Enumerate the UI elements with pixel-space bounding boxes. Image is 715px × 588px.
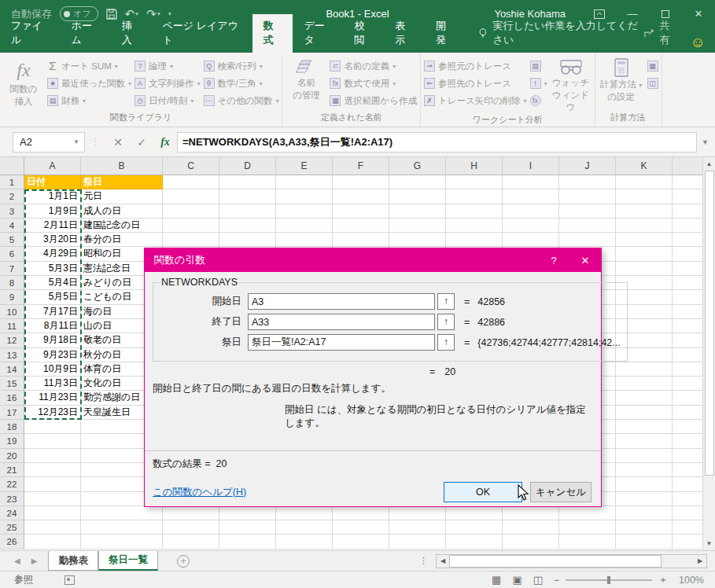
grid-cell[interactable] — [446, 219, 503, 233]
function-help-link[interactable]: この関数のヘルプ(H) — [153, 486, 246, 499]
grid-cell[interactable] — [559, 204, 616, 219]
close-button[interactable]: ✕ — [682, 0, 715, 28]
insert-function-icon[interactable]: fx — [153, 136, 177, 149]
grid-cell[interactable] — [503, 520, 559, 535]
row-header[interactable]: 23 — [0, 492, 24, 506]
row-header[interactable]: 19 — [0, 434, 24, 448]
grid-cell[interactable] — [333, 506, 389, 520]
grid-cell[interactable] — [616, 219, 673, 233]
grid-cell[interactable]: 5月5日 — [24, 290, 81, 304]
more-functions-button[interactable]: ⋯ その他の関数▾ — [204, 92, 279, 109]
grid-cell[interactable] — [503, 535, 559, 549]
recently-used-button[interactable]: ★ 最近使った関数▾ — [47, 75, 131, 92]
define-name-button[interactable]: ⊂ 名前の定義▾ — [330, 57, 417, 75]
cancel-entry-button[interactable]: ✕ — [106, 136, 130, 149]
collapse-dialog-icon[interactable]: ↑ — [437, 334, 455, 351]
grid-cell[interactable] — [333, 189, 389, 204]
row-header[interactable]: 14 — [0, 362, 24, 377]
grid-cell[interactable] — [333, 520, 389, 535]
zoom-out-icon[interactable]: − — [554, 575, 559, 586]
grid-cell[interactable] — [503, 204, 559, 219]
grid-cell[interactable] — [333, 233, 389, 247]
vertical-scrollbar[interactable]: ▲ ▼ — [702, 157, 715, 550]
grid-cell[interactable] — [276, 189, 333, 204]
dialog-close-button[interactable]: ✕ — [569, 255, 601, 266]
grid-cell[interactable] — [616, 477, 673, 491]
column-header[interactable]: H — [446, 157, 503, 175]
grid-cell[interactable] — [446, 535, 503, 549]
grid-cell[interactable] — [389, 535, 446, 549]
grid-cell[interactable]: 11月23日 — [24, 391, 81, 405]
grid-cell[interactable] — [446, 204, 503, 219]
tell-me-box[interactable]: 実行したい作業を入力してください — [478, 19, 644, 53]
grid-cell[interactable]: 7月17日 — [24, 305, 81, 319]
grid-cell[interactable] — [81, 520, 163, 535]
name-manager-button[interactable]: 名前 の管理 — [286, 55, 326, 110]
grid-cell[interactable]: 建国記念の日 — [81, 219, 163, 233]
grid-cell[interactable] — [24, 535, 81, 549]
enter-entry-button[interactable]: ✓ — [130, 136, 153, 149]
math-trig-button[interactable]: θ 数学/三角▾ — [204, 75, 279, 92]
column-header[interactable]: D — [219, 157, 276, 175]
sheet-tab-saijitsu-ichiran[interactable]: 祭日一覧 — [98, 551, 158, 571]
grid-cell[interactable] — [389, 520, 446, 535]
row-header[interactable]: 20 — [0, 449, 24, 463]
grid-cell[interactable] — [219, 219, 276, 233]
grid-cell[interactable] — [389, 204, 446, 219]
grid-cell[interactable]: 8月11日 — [24, 319, 81, 333]
remove-arrows-button[interactable]: ✗ トレース矢印の削除▾ — [424, 92, 527, 109]
grid-cell[interactable]: 12月23日 — [24, 406, 81, 420]
horizontal-scrollbar[interactable]: ◀ ▶ — [436, 554, 707, 568]
sheet-bar-overflow-icon[interactable]: ⋮ — [419, 556, 436, 566]
grid-cell[interactable] — [276, 535, 333, 549]
show-formulas-button[interactable]: ▨ — [530, 57, 547, 75]
evaluate-formula-button[interactable]: fx — [530, 92, 547, 109]
row-header[interactable]: 25 — [0, 520, 24, 535]
autosum-button[interactable]: Σ オート SUM▾ — [47, 57, 131, 75]
grid-cell[interactable]: 4月29日 — [24, 247, 81, 261]
tab-developer[interactable]: 開発 — [425, 14, 466, 53]
grid-cell[interactable] — [616, 449, 673, 463]
dialog-title-bar[interactable]: 関数の引数 ? ✕ — [145, 248, 601, 272]
grid-cell[interactable] — [616, 434, 673, 448]
grid-cell[interactable] — [503, 189, 559, 204]
date-time-button[interactable]: ◷ 日付/時刻▾ — [135, 92, 201, 109]
grid-cell[interactable] — [24, 434, 81, 448]
insert-function-button[interactable]: fx 関数の 挿入 — [3, 55, 44, 110]
grid-cell[interactable] — [503, 506, 559, 520]
grid-cell[interactable] — [559, 233, 616, 247]
grid-cell[interactable] — [81, 535, 163, 549]
row-header[interactable]: 21 — [0, 463, 24, 477]
grid-cell[interactable] — [559, 520, 616, 535]
grid-cell[interactable] — [389, 175, 446, 189]
grid-cell[interactable] — [24, 449, 81, 463]
formula-input[interactable]: =NETWORKDAYS(A3,A33,祭日一覧!A2:A17) — [177, 132, 697, 153]
grid-cell[interactable] — [219, 233, 276, 247]
grid-cell[interactable] — [276, 204, 333, 219]
grid-cell[interactable] — [616, 520, 673, 535]
row-header[interactable]: 1 — [0, 175, 24, 189]
grid-cell[interactable] — [446, 189, 503, 204]
grid-cell[interactable] — [616, 406, 673, 420]
row-header[interactable]: 6 — [0, 247, 24, 261]
horizontal-scroll-thumb[interactable] — [449, 555, 662, 568]
grid-cell[interactable] — [559, 219, 616, 233]
grid-cell[interactable] — [333, 175, 389, 189]
zoom-slider[interactable] — [566, 579, 652, 581]
grid-cell[interactable] — [163, 506, 219, 520]
row-header[interactable]: 7 — [0, 262, 24, 276]
scroll-right-icon[interactable]: ▶ — [694, 557, 706, 564]
grid-cell[interactable] — [616, 175, 673, 189]
grid-cell[interactable]: 2月11日 — [24, 219, 81, 233]
grid-cell[interactable]: 日付 — [24, 175, 81, 189]
grid-cell[interactable] — [24, 492, 81, 506]
row-header[interactable]: 4 — [0, 219, 24, 233]
column-header[interactable]: K — [616, 157, 673, 175]
financial-button[interactable]: ▤ 財務▾ — [47, 92, 131, 109]
error-checking-button[interactable]: !▾ — [530, 75, 547, 92]
grid-cell[interactable] — [24, 420, 81, 434]
grid-cell[interactable] — [163, 189, 219, 204]
row-header[interactable]: 13 — [0, 348, 24, 362]
grid-cell[interactable]: 成人の日 — [81, 204, 163, 219]
row-header[interactable]: 22 — [0, 477, 24, 491]
